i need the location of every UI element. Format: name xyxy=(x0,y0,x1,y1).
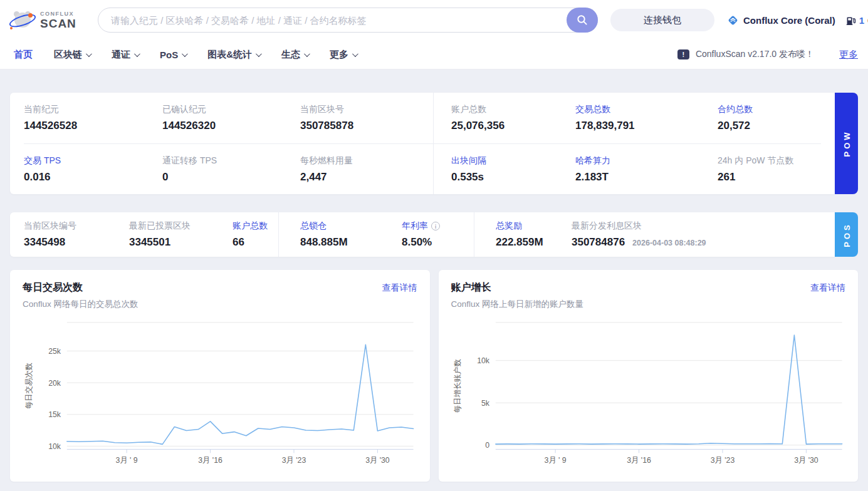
stat-total-accounts: 账户总数66 xyxy=(233,212,278,257)
svg-text:3月 '16: 3月 '16 xyxy=(627,456,651,465)
nav-item-label: 更多 xyxy=(330,49,348,61)
stat-label: 通证转移 TPS xyxy=(162,155,300,167)
stat-value: 0.016 xyxy=(24,171,162,183)
stat-latest-voted-block: 最新已投票区块3345501 xyxy=(129,212,233,257)
svg-text:0: 0 xyxy=(485,441,489,450)
stat-value: 178,839,791 xyxy=(575,120,718,132)
connect-wallet-button[interactable]: 连接钱包 xyxy=(610,9,714,31)
stat-value: 0.535s xyxy=(451,171,575,183)
info-icon[interactable]: i xyxy=(431,222,440,230)
stat-value: 25,076,356 xyxy=(451,120,575,132)
nav-bar: 首页区块链通证PoS图表&统计生态更多 ! ConfluxScan v2.17.… xyxy=(0,40,868,69)
search-bar xyxy=(98,8,598,33)
svg-text:3月 ' 9: 3月 ' 9 xyxy=(544,456,566,465)
svg-text:每日交易次数: 每日交易次数 xyxy=(24,363,33,409)
stat-timestamp: 2026-04-03 08:48:29 xyxy=(632,239,706,247)
gas-pump-icon xyxy=(845,15,856,26)
announcement: ! ConfluxScan v2.17.0 发布喽！ 更多 xyxy=(677,49,858,61)
svg-text:每日增长账户数: 每日增长账户数 xyxy=(452,359,461,413)
pow-tab[interactable]: POW xyxy=(835,93,858,194)
nav-item-label: 通证 xyxy=(112,49,130,61)
stat-value: 848.885M xyxy=(300,236,402,249)
stat-value: 0 xyxy=(162,171,300,183)
pos-stats-grid: 当前区块编号3345498最新已投票区块3345501账户总数66总锁仓848.… xyxy=(24,212,821,257)
daily-transactions-chart: 10k15k20k25k3月 ' 93月 '163月 '233月 '30每日交易… xyxy=(23,316,417,472)
account-growth-card: 账户增长 查看详情 Conflux 网络上每日新增的账户数量 05k10k3月 … xyxy=(439,270,859,482)
top-header: CONFLUX SCAN 连接钱包 Conflux Core (Coral) xyxy=(0,0,868,70)
chevron-down-icon xyxy=(352,51,358,57)
chevron-down-icon xyxy=(134,51,140,57)
nav-item-ecosystem[interactable]: 生态 xyxy=(281,49,308,61)
pos-tab[interactable]: POS xyxy=(835,212,858,257)
stat-pow-nodes-24h: 24h 内 PoW 节点数261 xyxy=(718,144,821,194)
gas-value: 1 xyxy=(859,15,864,26)
daily-transactions-card: 每日交易次数 查看详情 Conflux 网络每日的交易总次数 10k15k20k… xyxy=(10,270,430,482)
search-button[interactable] xyxy=(567,8,598,33)
charts-row: 每日交易次数 查看详情 Conflux 网络每日的交易总次数 10k15k20k… xyxy=(10,270,858,482)
stat-label[interactable]: 总锁仓 xyxy=(300,220,402,232)
svg-text:3月 ' 9: 3月 ' 9 xyxy=(116,456,138,465)
chevron-down-icon xyxy=(86,51,92,57)
nav-item-label: 区块链 xyxy=(54,49,82,61)
search-input[interactable] xyxy=(98,8,598,33)
stat-label[interactable]: 账户总数 xyxy=(233,220,278,232)
stat-label[interactable]: 年利率i xyxy=(402,220,474,232)
nav-item-pos[interactable]: PoS xyxy=(160,49,186,60)
nav-item-label: 首页 xyxy=(14,49,33,61)
stat-label[interactable]: 交易总数 xyxy=(575,104,718,115)
nav-item-label: PoS xyxy=(160,49,178,60)
announcement-more-link[interactable]: 更多 xyxy=(839,49,858,61)
chart-subtitle-daily-transactions: Conflux 网络每日的交易总次数 xyxy=(23,299,417,310)
announcement-text: ConfluxScan v2.17.0 发布喽！ xyxy=(696,49,814,60)
nav-item-token[interactable]: 通证 xyxy=(112,49,139,61)
stat-label: 每秒燃料用量 xyxy=(300,155,433,167)
header-row: CONFLUX SCAN 连接钱包 Conflux Core (Coral) xyxy=(0,0,868,40)
nav-item-more[interactable]: 更多 xyxy=(330,49,357,61)
chart-subtitle-account-growth: Conflux 网络上每日新增的账户数量 xyxy=(451,299,846,310)
svg-text:25k: 25k xyxy=(48,347,61,356)
stat-gas-used-per-second: 每秒燃料用量2,447 xyxy=(300,144,433,194)
stat-value: 3345498 xyxy=(24,236,129,249)
main-content: 当前纪元144526528已确认纪元144526320当前区块号35078587… xyxy=(0,93,868,482)
conflux-network-icon xyxy=(727,14,739,26)
gas-price-indicator[interactable]: 1 Gdrip xyxy=(845,15,868,26)
svg-text:20k: 20k xyxy=(48,379,61,388)
stat-total-contracts: 合约总数20,572 xyxy=(718,93,821,143)
chart-title-daily-transactions: 每日交易次数 xyxy=(23,281,83,294)
stat-label: 账户总数 xyxy=(451,104,575,115)
nav-item-charts-statistics[interactable]: 图表&统计 xyxy=(207,49,260,61)
chevron-down-icon xyxy=(304,51,310,57)
pos-tab-label: POS xyxy=(842,222,851,247)
stat-label[interactable]: 哈希算力 xyxy=(575,155,718,167)
stat-current-block-number: 当前区块编号3345498 xyxy=(24,212,129,257)
brand-scan: SCAN xyxy=(40,18,76,29)
brand-conflux: CONFLUX xyxy=(40,11,76,17)
stat-total-rewards: 总奖励222.859M xyxy=(474,212,572,257)
pow-stats-row: 交易 TPS0.016通证转移 TPS0每秒燃料用量2,447出块间隔0.535… xyxy=(24,143,821,194)
confluxscan-logo[interactable]: CONFLUX SCAN xyxy=(10,9,88,31)
network-name: Conflux Core (Coral) xyxy=(743,15,835,26)
stat-value: 144526528 xyxy=(24,120,162,132)
stat-value: 3507848762026-04-03 08:48:29 xyxy=(572,236,821,249)
chevron-down-icon xyxy=(182,51,188,57)
pow-stats-section: 当前纪元144526528已确认纪元144526320当前区块号35078587… xyxy=(10,93,858,194)
stat-block-interval: 出块间隔0.535s xyxy=(433,144,575,194)
stat-label[interactable]: 出块间隔 xyxy=(451,155,575,167)
nav-item-blockchain[interactable]: 区块链 xyxy=(54,49,90,61)
stat-value: 66 xyxy=(233,236,278,249)
stat-label[interactable]: 交易 TPS xyxy=(24,155,162,167)
nav-item-home[interactable]: 首页 xyxy=(14,49,33,61)
stat-label[interactable]: 总奖励 xyxy=(496,220,572,232)
svg-text:3月 '16: 3月 '16 xyxy=(198,456,222,465)
pos-stats-section: 当前区块编号3345498最新已投票区块3345501账户总数66总锁仓848.… xyxy=(10,212,858,257)
stat-label[interactable]: 合约总数 xyxy=(718,104,821,115)
stat-total-transactions: 交易总数178,839,791 xyxy=(575,93,718,143)
network-selector[interactable]: Conflux Core (Coral) xyxy=(727,14,835,26)
view-details-link-accounts[interactable]: 查看详情 xyxy=(810,282,845,294)
chevron-down-icon xyxy=(256,51,262,57)
svg-text:3月 '30: 3月 '30 xyxy=(794,456,818,465)
stat-latest-interest-distribution-block: 最新分发利息区块3507848762026-04-03 08:48:29 xyxy=(572,212,821,257)
stat-token-transfer-tps: 通证转移 TPS0 xyxy=(162,144,300,194)
view-details-link-transactions[interactable]: 查看详情 xyxy=(382,282,417,294)
stat-total-locked: 总锁仓848.885M xyxy=(278,212,402,257)
